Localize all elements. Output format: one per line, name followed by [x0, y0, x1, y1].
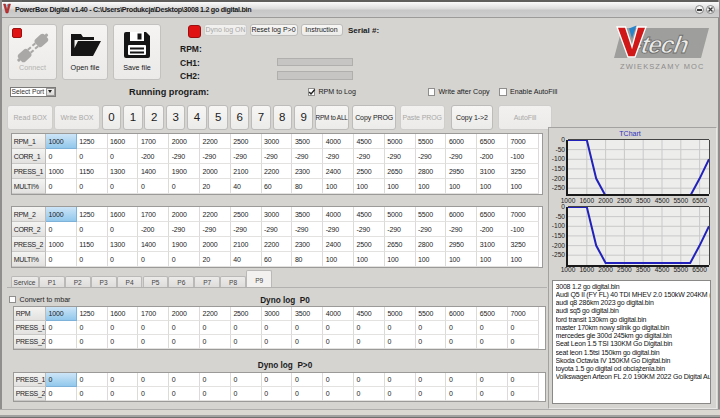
svg-text:ZWIĘKSZAMY MOC: ZWIĘKSZAMY MOC	[620, 62, 704, 71]
